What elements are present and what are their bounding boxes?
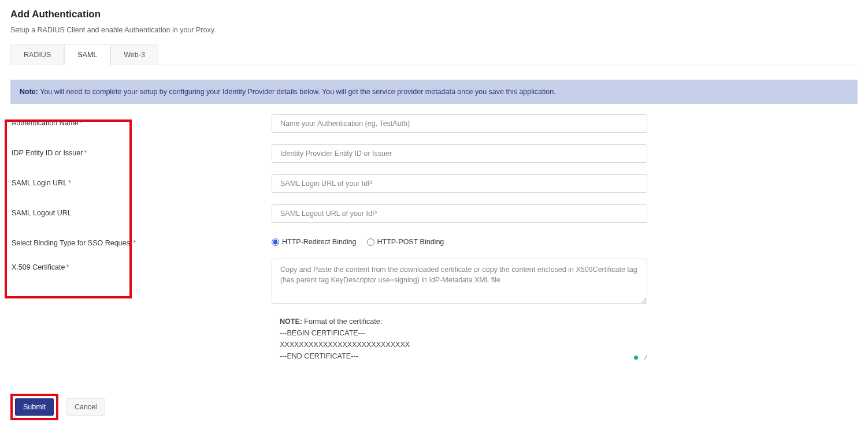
note-text: You will need to complete your setup by … bbox=[38, 88, 556, 96]
input-auth-name[interactable] bbox=[272, 114, 647, 133]
tab-web3[interactable]: Web-3 bbox=[110, 44, 158, 65]
form-area: Authentication Name* IDP Entity ID or Is… bbox=[10, 114, 858, 362]
resize-dot-icon bbox=[634, 356, 638, 360]
note-label: Note: bbox=[20, 88, 38, 96]
label-auth-name: Authentication Name* bbox=[10, 114, 272, 127]
cancel-button[interactable]: Cancel bbox=[66, 398, 105, 416]
radio-http-post-input[interactable] bbox=[367, 238, 374, 246]
radio-http-post[interactable]: HTTP-POST Binding bbox=[367, 238, 444, 246]
submit-button[interactable]: Submit bbox=[15, 398, 54, 416]
input-idp-entity[interactable] bbox=[272, 144, 647, 163]
page-title: Add Authentication bbox=[10, 9, 858, 20]
tab-saml[interactable]: SAML bbox=[64, 44, 110, 65]
textarea-x509[interactable] bbox=[272, 259, 647, 304]
radio-http-redirect-input[interactable] bbox=[272, 238, 279, 246]
input-saml-logout[interactable] bbox=[272, 204, 647, 223]
page-subtitle: Setup a RADIUS Client and enable Authent… bbox=[10, 26, 858, 34]
cert-format-note: NOTE: Format of the certificate: ---BEGI… bbox=[272, 316, 647, 362]
tabs: RADIUS SAML Web-3 bbox=[10, 44, 858, 65]
actions-row: Submit Cancel bbox=[10, 394, 858, 420]
radio-http-redirect-label: HTTP-Redirect Binding bbox=[282, 238, 357, 246]
binding-radio-group: HTTP-Redirect Binding HTTP-POST Binding bbox=[272, 234, 647, 246]
label-binding-type: Select Binding Type for SSO Request* bbox=[10, 234, 272, 247]
info-note: Note: You will need to complete your set… bbox=[10, 80, 858, 104]
highlight-box-submit: Submit bbox=[10, 394, 58, 420]
radio-http-post-label: HTTP-POST Binding bbox=[377, 238, 444, 246]
label-x509: X.509 Certificate* bbox=[10, 259, 272, 271]
input-saml-login[interactable] bbox=[272, 174, 647, 193]
tab-radius[interactable]: RADIUS bbox=[10, 44, 64, 65]
label-saml-login: SAML Login URL* bbox=[10, 174, 272, 187]
radio-http-redirect[interactable]: HTTP-Redirect Binding bbox=[272, 238, 357, 246]
label-idp-entity: IDP Entity ID or Issuer* bbox=[10, 144, 272, 157]
label-saml-logout: SAML Logout URL bbox=[10, 204, 272, 217]
